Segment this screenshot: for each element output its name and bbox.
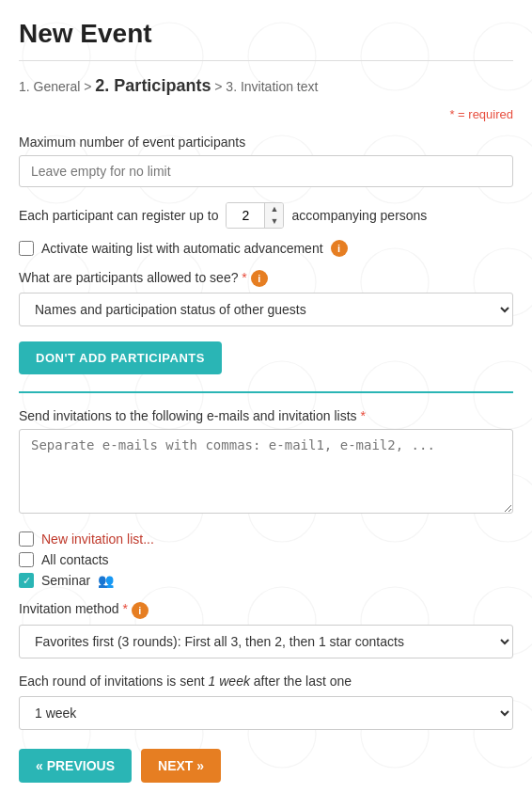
required-note: * = required	[19, 107, 513, 121]
invitation-method-label: Invitation method * i	[19, 601, 513, 618]
new-invitation-list-item: New invitation list...	[19, 531, 513, 547]
visibility-group: What are participants allowed to see? * …	[19, 270, 513, 326]
breadcrumb-sep2: >	[214, 79, 226, 94]
next-button[interactable]: NEXT »	[141, 749, 221, 783]
rounds-note-prefix: Each round of invitations is sent	[19, 674, 205, 689]
bottom-nav: « PREVIOUS NEXT »	[19, 749, 513, 783]
all-contacts-label: All contacts	[41, 552, 109, 567]
accompanying-number-wrap: ▲ ▼	[226, 202, 284, 229]
max-participants-label: Maximum number of event participants	[19, 135, 513, 150]
rounds-note: Each round of invitations is sent 1 week…	[19, 674, 513, 689]
breadcrumb-step1: 1. General	[19, 79, 80, 94]
breadcrumb-step2: 2. Participants	[95, 76, 211, 95]
invitation-method-info-icon[interactable]: i	[132, 602, 149, 619]
invitation-method-group: Invitation method * i Favorites first (3…	[19, 601, 513, 658]
rounds-select[interactable]: 1 week 2 weeks 3 weeks 1 month	[19, 696, 513, 730]
all-contacts-checkbox[interactable]	[19, 552, 34, 567]
accompanying-suffix: accompanying persons	[291, 208, 427, 223]
page-title: New Event	[19, 19, 513, 49]
seminar-group-icon: 👥	[98, 573, 114, 588]
dont-add-participants-button[interactable]: DON'T ADD PARTICIPANTS	[19, 341, 222, 374]
waiting-list-group: Activate waiting list with automatic adv…	[19, 240, 513, 257]
new-invitation-list-checkbox[interactable]	[19, 531, 34, 547]
invitations-textarea[interactable]	[19, 429, 513, 514]
accompanying-number-input[interactable]	[227, 203, 264, 228]
visibility-label: What are participants allowed to see? * …	[19, 270, 513, 287]
invitations-label: Send invitations to the following e-mail…	[19, 408, 513, 423]
accompanying-group: Each participant can register up to ▲ ▼ …	[19, 202, 513, 229]
section-divider	[19, 391, 513, 393]
seminar-item: ✓ Seminar 👥	[19, 573, 513, 588]
seminar-label: Seminar	[41, 573, 90, 588]
rounds-note-suffix: after the last one	[254, 674, 352, 689]
invitations-required-star: *	[360, 408, 365, 423]
spinner-up-button[interactable]: ▲	[265, 203, 283, 215]
max-participants-group: Maximum number of event participants	[19, 135, 513, 187]
required-note-text: = required	[458, 107, 513, 121]
breadcrumb-sep1: >	[84, 79, 95, 94]
visibility-required-star: *	[242, 270, 246, 285]
invitation-method-select[interactable]: Favorites first (3 rounds): First all 3,…	[19, 625, 513, 658]
spinner-btns: ▲ ▼	[264, 203, 283, 228]
required-star: *	[449, 107, 454, 121]
rounds-group: Each round of invitations is sent 1 week…	[19, 674, 513, 730]
breadcrumb: 1. General > 2. Participants > 3. Invita…	[19, 76, 513, 96]
seminar-checked-icon: ✓	[19, 573, 34, 588]
visibility-info-icon[interactable]: i	[251, 270, 268, 287]
max-participants-input[interactable]	[19, 155, 513, 187]
accompanying-prefix: Each participant can register up to	[19, 208, 218, 223]
previous-button[interactable]: « PREVIOUS	[19, 749, 132, 783]
invitations-group: Send invitations to the following e-mail…	[19, 408, 513, 516]
new-invitation-list-label[interactable]: New invitation list...	[41, 531, 154, 547]
waiting-list-label: Activate waiting list with automatic adv…	[41, 241, 323, 256]
invitation-method-required-star: *	[123, 601, 128, 616]
spinner-down-button[interactable]: ▼	[265, 215, 283, 228]
rounds-note-italic: 1 week	[209, 674, 250, 689]
breadcrumb-step3: 3. Invitation text	[226, 79, 318, 94]
all-contacts-item: All contacts	[19, 552, 513, 567]
waiting-list-checkbox[interactable]	[19, 241, 34, 256]
visibility-select[interactable]: Names and participation status of other …	[19, 293, 513, 326]
title-divider	[19, 60, 513, 61]
waiting-list-info-icon[interactable]: i	[331, 240, 348, 257]
